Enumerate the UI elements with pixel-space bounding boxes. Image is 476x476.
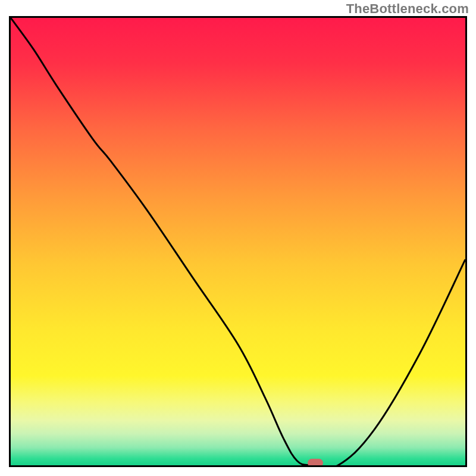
chart-container: TheBottleneck.com <box>0 0 476 476</box>
plot-frame <box>9 16 467 467</box>
curve-path <box>11 18 465 465</box>
bottleneck-curve <box>11 18 465 465</box>
attribution-text: TheBottleneck.com <box>346 1 469 17</box>
optimal-marker <box>308 459 323 467</box>
